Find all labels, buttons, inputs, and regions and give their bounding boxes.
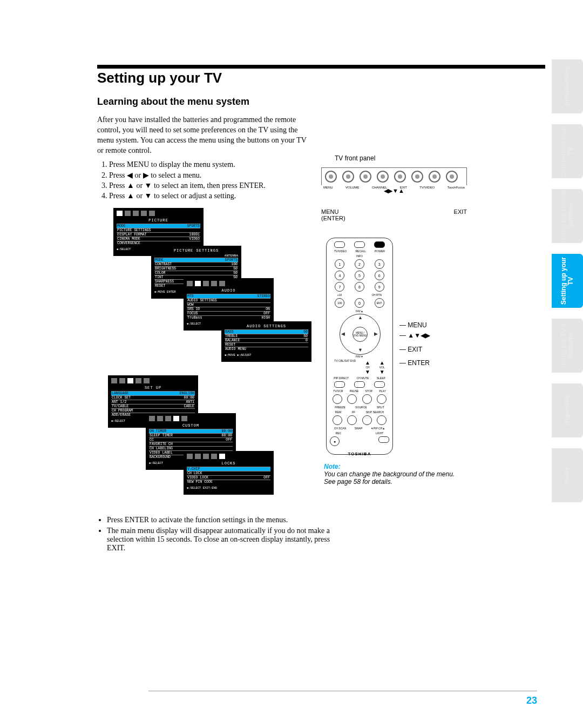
- page-number: 23: [526, 695, 537, 706]
- fp-menu-label: MENU: [321, 208, 345, 215]
- intro-paragraph: After you have installed the batteries a…: [97, 115, 313, 156]
- fp-volume-down-button[interactable]: [342, 171, 354, 183]
- step-item: Press ◀ or ▶ to select a menu.: [109, 171, 325, 180]
- fp-channel-down-button[interactable]: [377, 171, 389, 183]
- remote-power-button[interactable]: [374, 241, 385, 248]
- tab-setting-up[interactable]: Setting up your TV: [552, 254, 583, 308]
- fp-enter-label: (ENTER): [321, 215, 345, 221]
- remote-rec[interactable]: ●: [330, 436, 340, 446]
- tv-front-panel: MENU VOLUME CHANNEL EXIT TV/VIDEO TouchF…: [321, 167, 467, 221]
- fp-arrows-label: ◀▶▼▲: [321, 187, 467, 194]
- remote-num-9[interactable]: 9: [375, 282, 384, 292]
- side-tabs: Introduction Connecting your TV Using th…: [552, 59, 583, 502]
- fp-menu-button[interactable]: [325, 171, 337, 183]
- remote-play[interactable]: [377, 394, 387, 404]
- remote-extra[interactable]: [377, 415, 387, 425]
- remote-control: TV/VIDEORECALLPOWER INFO 123 456 789 +10…: [326, 238, 393, 455]
- tv-front-panel-label: TV front panel: [335, 154, 375, 162]
- remote-dpad[interactable]: MENU / DVD MENU ▲ ▼ ◀ ▶: [340, 314, 379, 354]
- fp-exit-label: EXIT: [454, 208, 467, 221]
- remote-brand: TOSHIBA: [327, 451, 392, 456]
- notes-list: Press ENTER to activate the function set…: [97, 516, 334, 552]
- remote-num-8[interactable]: 8: [355, 282, 364, 292]
- step-item: Press ▲ or ▼ to select or adjust a setti…: [109, 192, 325, 200]
- step-item: Press MENU to display the menu system.: [109, 160, 325, 169]
- remote-ch-mute[interactable]: [354, 381, 365, 388]
- remote-pip-direct[interactable]: [334, 381, 345, 388]
- remote-ff[interactable]: [347, 415, 357, 425]
- bullet-item: Press ENTER to activate the function set…: [107, 516, 334, 524]
- tab-remote[interactable]: Using the remote control: [552, 189, 583, 243]
- remote-stop[interactable]: [362, 394, 372, 404]
- remote-num-2[interactable]: 2: [355, 259, 364, 269]
- remote-num-0[interactable]: 0: [355, 298, 364, 308]
- remote-num-1[interactable]: 1: [335, 259, 344, 269]
- remote-menu-button[interactable]: MENU / DVD MENU: [352, 327, 368, 342]
- osd-menus-illustration: PICTURE MODESPORTS PICTURE SETTINGS DISP…: [97, 208, 545, 510]
- remote-right-arrow[interactable]: ▶: [374, 331, 378, 336]
- note-block: Note: You can change the background of t…: [324, 463, 464, 486]
- tab-connecting[interactable]: Connecting your TV: [552, 124, 583, 178]
- steps-list: Press MENU to display the menu system. P…: [97, 160, 325, 200]
- remote-tv-video-button[interactable]: [334, 241, 345, 248]
- remote-num-7[interactable]: 7: [335, 282, 344, 292]
- fp-tv-video-button[interactable]: [429, 171, 440, 183]
- callout-exit: — EXIT: [399, 346, 422, 353]
- callout-enter: — ENTER: [399, 359, 430, 367]
- fp-channel-up-button[interactable]: [394, 171, 406, 183]
- remote-num-5[interactable]: 5: [355, 271, 364, 280]
- fp-touchfocus-button[interactable]: [446, 171, 458, 183]
- section-heading: Learning about the menu system: [97, 96, 545, 107]
- remote-num-6[interactable]: 6: [375, 271, 384, 280]
- tab-features[interactable]: Using the TV's Features: [552, 319, 583, 373]
- tab-appendix[interactable]: Appendix: [552, 383, 583, 437]
- fp-volume-up-button[interactable]: [360, 171, 371, 183]
- remote-num-100[interactable]: 100: [335, 298, 344, 308]
- title-bar: Setting up your TV: [97, 65, 545, 86]
- remote-rew[interactable]: [333, 415, 342, 425]
- fp-exit-button[interactable]: [411, 171, 423, 183]
- page-title: Setting up your TV: [97, 70, 545, 86]
- remote-ent-button[interactable]: ENT: [375, 298, 384, 308]
- remote-num-3[interactable]: 3: [375, 259, 384, 269]
- remote-down-arrow[interactable]: ▼: [358, 347, 363, 353]
- bullet-item: The main menu display will disappear aut…: [107, 527, 334, 552]
- osd-locks-menu: LOCKS V-CHIP CH LOCK VIDEO LOCKOFF NEW P…: [184, 451, 274, 495]
- note-heading: Note:: [324, 463, 464, 470]
- tab-introduction[interactable]: Introduction: [552, 59, 583, 113]
- remote-left-arrow[interactable]: ◀: [341, 331, 345, 336]
- remote-tvvcr[interactable]: [333, 394, 342, 404]
- remote-num-4[interactable]: 4: [335, 271, 344, 280]
- remote-pause[interactable]: [347, 394, 357, 404]
- remote-up-arrow[interactable]: ▲: [358, 315, 363, 320]
- remote-light[interactable]: [378, 436, 389, 443]
- remote-skip[interactable]: [362, 415, 372, 425]
- tab-index[interactable]: Index: [552, 448, 583, 502]
- callout-menu: — MENU: [399, 321, 427, 329]
- step-item: Press ▲ or ▼ to select an item, then pre…: [109, 181, 325, 190]
- remote-recall-button[interactable]: [354, 241, 365, 248]
- remote-sleep[interactable]: [374, 381, 385, 388]
- note-body: You can change the background of the men…: [324, 470, 464, 486]
- callout-arrows: — ▲▼◀▶: [399, 332, 430, 339]
- osd-audio-settings-menu: AUDIO SETTINGS BASS50 TREBLE50 BALANCE0 …: [221, 321, 311, 362]
